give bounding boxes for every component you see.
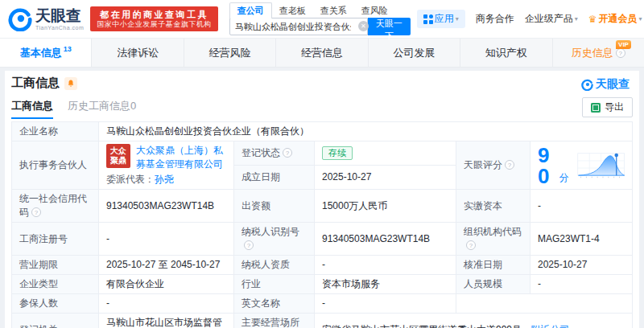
tab-basic-info[interactable]: 基本信息 13: [0, 39, 92, 67]
info-icon[interactable]: ?: [244, 240, 254, 250]
tab-label: 经营信息: [301, 46, 343, 60]
search-tabs: 查公司 查老板 查关系 查风险: [229, 2, 411, 18]
field-label: 主要经营场所?: [234, 314, 315, 328]
insured-count-value: -: [99, 294, 234, 314]
info-icon[interactable]: ?: [616, 48, 625, 58]
excel-icon: [591, 103, 601, 113]
field-label: 成立日期: [234, 166, 315, 190]
field-label: 登记机关: [12, 314, 99, 328]
capital-value: 15000万人民币: [315, 190, 456, 223]
subscribe-bell-button[interactable]: [64, 77, 77, 90]
tab-label: 法律诉讼: [117, 46, 159, 60]
search-button[interactable]: 天眼一下: [368, 18, 411, 35]
info-icon[interactable]: ?: [466, 240, 476, 250]
tab-intellectual-property[interactable]: 知识产权: [460, 39, 552, 67]
info-icon[interactable]: ?: [31, 207, 41, 217]
field-label: 执行事务合伙人: [12, 141, 99, 190]
nearby-companies-link[interactable]: 附近公司: [530, 324, 569, 328]
tianyan-score-cell[interactable]: 90 分: [538, 145, 625, 187]
executive-partner-cell: 大众 聚鼎 大众聚鼎（上海）私募基金管理有限公司: [106, 144, 226, 171]
export-button[interactable]: 导出: [582, 97, 633, 117]
search-tab-boss[interactable]: 查老板: [272, 3, 313, 18]
search-tab-company[interactable]: 查公司: [229, 2, 272, 18]
field-label: 登记状态?: [234, 141, 315, 166]
apps-label: 应用: [435, 12, 454, 26]
table-row: 统一社会信用代码? 91340503MAG23WT14B 出资额 15000万人…: [12, 190, 633, 223]
paidin-capital-value: -: [530, 190, 633, 223]
apps-menu[interactable]: 应用 ▾: [417, 10, 465, 28]
delegate-label: 委派代表：: [106, 174, 155, 185]
tab-legal-litigation[interactable]: 法律诉讼: [92, 39, 184, 67]
credit-code-label: 统一社会信用代码: [19, 193, 87, 218]
taxpayer-id-label: 纳税人识别号: [242, 226, 299, 237]
info-icon[interactable]: ?: [283, 148, 292, 158]
tab-label: 公司发展: [393, 46, 435, 60]
field-label: 核准日期: [456, 256, 530, 275]
tab-company-development[interactable]: 公司发展: [369, 39, 460, 67]
nav-business-cooperation[interactable]: 商务合作: [476, 12, 514, 26]
field-label: 纳税人资质: [234, 256, 315, 275]
section-title: 工商信息: [11, 76, 60, 91]
tab-history-info[interactable]: 历史信息 ? VIP: [553, 39, 644, 67]
business-info-card: 工商信息 天眼查 工商信息 历史工商信息0 导出 企业名称 马鞍山众松晶创创业投…: [5, 71, 639, 328]
chevron-down-icon: ▾: [639, 15, 642, 23]
tab-count: 13: [64, 45, 72, 53]
subtab-history-business-info[interactable]: 历史工商信息0: [68, 99, 136, 119]
info-icon[interactable]: ?: [505, 160, 514, 170]
tab-label: 基本信息: [20, 46, 62, 60]
tianyancha-logo[interactable]: 天眼查 TianYanCha.com: [8, 7, 84, 31]
tab-operation-info[interactable]: 经营信息: [276, 39, 368, 67]
header-nav: 应用 ▾ 商务合作 企业级产品 ▾ ♛ 开通会员 ▾ 费米 ▾: [417, 10, 644, 28]
org-code-label: 组织机构代码: [464, 226, 522, 237]
chevron-down-icon: ▾: [575, 15, 578, 23]
score-chart: [577, 148, 625, 183]
delegate-link[interactable]: 孙尧: [155, 174, 174, 185]
tianyancha-watermark: 天眼查: [581, 77, 630, 92]
tab-label: 历史信息: [572, 46, 613, 60]
field-label: 营业期限: [12, 256, 99, 275]
chevron-down-icon: ▾: [456, 15, 459, 23]
logo-domain: TianYanCha.com: [35, 25, 84, 31]
tab-operation-risk[interactable]: 经营风险: [184, 39, 276, 67]
company-name-value: 马鞍山众松晶创创业投资合伙企业（有限合伙）: [99, 122, 633, 141]
export-label: 导出: [605, 100, 624, 114]
field-label: 统一社会信用代码?: [12, 190, 99, 223]
tab-label: 经营风险: [209, 46, 251, 60]
search-tab-risk[interactable]: 查风险: [354, 3, 395, 18]
field-label: 人员规模: [456, 275, 530, 294]
field-label: 企业名称: [12, 122, 99, 141]
table-row: 工商注册号 - 纳税人识别号? 91340503MAG23WT14B 组织机构代…: [12, 223, 633, 256]
vip-label: 开通会员: [599, 12, 638, 26]
address-label: 主要经营场所: [242, 317, 299, 328]
partner-logo-line1: 大众: [110, 146, 126, 157]
reg-status-label: 登记状态: [242, 147, 280, 158]
nav-open-vip[interactable]: ♛ 开通会员 ▾: [588, 12, 642, 26]
org-code-value: MAG23WT1-4: [530, 223, 633, 256]
address-value: 安徽省马鞍山市花山区霍里街道秀山大道999号: [322, 324, 522, 328]
watermark-text: 天眼查: [596, 77, 630, 92]
search-tab-relation[interactable]: 查关系: [313, 3, 354, 18]
address-cell: 安徽省马鞍山市花山区霍里街道秀山大道999号 附近公司: [315, 314, 633, 328]
subtab-business-info[interactable]: 工商信息: [11, 99, 53, 119]
partner-logo[interactable]: 大众 聚鼎: [106, 144, 130, 168]
partner-logo-line2: 聚鼎: [110, 156, 126, 166]
taxpayer-id-value: 91340503MAG23WT14B: [315, 223, 456, 256]
reg-number-value: -: [99, 223, 234, 256]
industry-value: 资本市场服务: [315, 275, 456, 294]
tab-label: 知识产权: [485, 46, 527, 60]
field-label: 天眼评分?: [456, 141, 530, 190]
approval-date-value: 2025-10-27: [530, 256, 633, 275]
tianyancha-logo-icon: [581, 79, 593, 91]
field-label: 行业: [234, 275, 315, 294]
field-label: 纳税人识别号?: [234, 223, 315, 256]
table-row: 执行事务合伙人 大众 聚鼎 大众聚鼎（上海）私募基金管理有限公司 委派代表：孙尧…: [12, 141, 633, 166]
partner-company-link[interactable]: 大众聚鼎（上海）私募基金管理有限公司: [136, 144, 226, 171]
clear-search-icon[interactable]: ✕: [358, 21, 369, 31]
field-label: 组织机构代码?: [456, 223, 530, 256]
nav-enterprise-products[interactable]: 企业级产品 ▾: [525, 12, 578, 26]
table-row: 登记机关 马鞍山市花山区市场监督管理局 主要经营场所? 安徽省马鞍山市花山区霍里…: [12, 314, 633, 328]
score-unit: 分: [559, 171, 569, 185]
crown-icon: ♛: [588, 14, 597, 25]
search-module: 查公司 查老板 查关系 查风险 ✕ 天眼一下: [229, 2, 411, 35]
search-input[interactable]: [229, 18, 368, 35]
